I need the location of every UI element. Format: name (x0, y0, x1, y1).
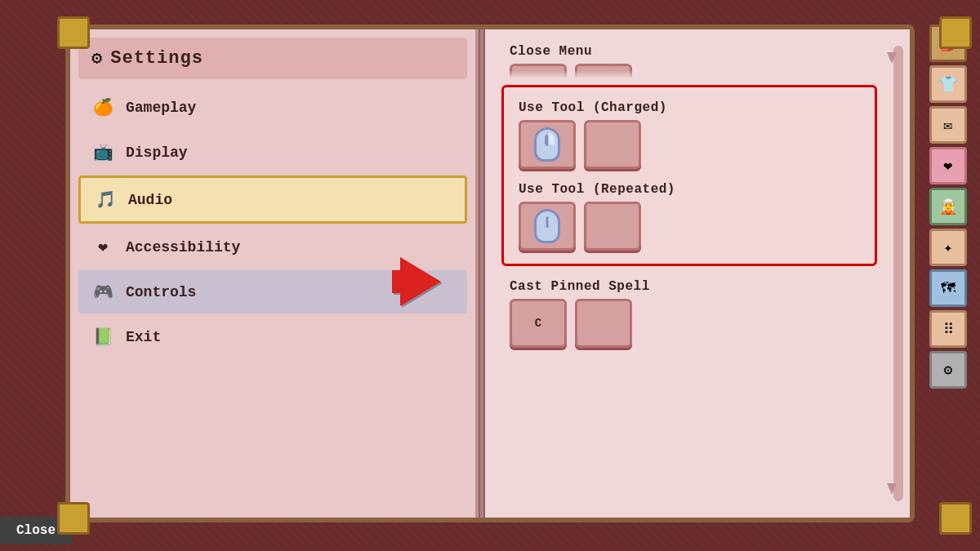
cast-pinned-spell-label: Cast Pinned Spell (510, 279, 869, 294)
controls-label: Controls (126, 284, 196, 300)
display-icon: 📺 (91, 142, 114, 162)
use-tool-charged-buttons (519, 120, 860, 169)
control-entry-use-tool-repeated: Use Tool (Repeated) (510, 176, 868, 257)
close-menu-key1[interactable]: ESC (510, 64, 567, 78)
cast-pinned-spell-buttons: C (510, 299, 869, 348)
highlighted-controls-section: Use Tool (Charged) Use Tool (Repeated) (501, 85, 877, 266)
scroll-down-arrow[interactable] (887, 483, 897, 495)
sidebar-icon-gear[interactable]: ⚙ (929, 351, 967, 389)
scrollbar-track[interactable] (893, 46, 903, 501)
use-tool-repeated-label: Use Tool (Repeated) (519, 182, 860, 197)
mouse-right-icon (534, 127, 560, 162)
accessibility-label: Accessibility (126, 239, 240, 256)
mouse-left-icon (534, 209, 560, 243)
book-spine (479, 29, 485, 518)
use-tool-charged-key1[interactable] (519, 120, 576, 169)
sidebar-item-audio[interactable]: 🎵 Audio (78, 176, 467, 224)
audio-icon: 🎵 (94, 189, 117, 210)
use-tool-charged-key2[interactable] (584, 120, 641, 169)
sidebar-item-gameplay[interactable]: 🍊 Gameplay (78, 86, 467, 129)
controls-list: Close Menu ESC Use Tool (Charged) (501, 38, 902, 354)
settings-title: Settings (110, 48, 203, 69)
settings-icon: ⚙️ (91, 47, 102, 69)
use-tool-repeated-key1[interactable] (519, 202, 576, 251)
cast-pinned-spell-key2[interactable] (575, 299, 632, 348)
sidebar-icon-heart[interactable]: ❤️ (929, 147, 967, 184)
control-entry-use-tool-charged: Use Tool (Charged) (510, 94, 868, 176)
controls-icon: 🎮 (91, 282, 114, 302)
gameplay-label: Gameplay (126, 100, 196, 116)
accessibility-icon: ❤️ (91, 237, 114, 257)
close-menu-key2[interactable] (575, 64, 632, 78)
sidebar-item-exit[interactable]: 📗 Exit (78, 315, 467, 358)
use-tool-repeated-key2[interactable] (584, 202, 641, 251)
control-entry-close-menu: Close Menu ESC (501, 38, 877, 78)
right-panel: Close Menu ESC Use Tool (Charged) (485, 29, 910, 518)
close-menu-label: Close Menu (510, 44, 869, 59)
exit-icon: 📗 (91, 327, 114, 347)
arrow-indicator (400, 257, 441, 306)
right-sidebar: 🎒 👕 ✉️ ❤️ 🧝 ✦ 🗺 ⠿ ⚙ (929, 24, 972, 389)
corner-decoration-br (939, 502, 972, 535)
corner-decoration-bl (57, 502, 90, 535)
display-label: Display (126, 144, 188, 161)
audio-label: Audio (128, 192, 172, 208)
gameplay-icon: 🍊 (91, 97, 114, 118)
control-entry-cast-pinned-spell: Cast Pinned Spell C (501, 273, 877, 354)
sidebar-icon-map[interactable]: 🗺 (929, 269, 967, 307)
use-tool-charged-label: Use Tool (Charged) (519, 100, 860, 115)
use-tool-repeated-buttons (519, 202, 860, 251)
sidebar-icon-mail[interactable]: ✉️ (929, 106, 967, 144)
sidebar-icon-character[interactable]: 🧝 (929, 188, 967, 225)
exit-label: Exit (126, 329, 161, 345)
corner-decoration-tl (57, 16, 90, 49)
cast-pinned-spell-key1-label: C (535, 317, 541, 330)
close-menu-buttons: ESC (510, 64, 869, 78)
cast-pinned-spell-key1[interactable]: C (510, 299, 567, 348)
settings-book: ⚙️ Settings 🍊 Gameplay 📺 Display 🎵 Audio… (65, 24, 915, 522)
sidebar-icon-menu-dots[interactable]: ⠿ (929, 310, 967, 348)
corner-decoration-tr (939, 16, 972, 49)
sidebar-icon-clothing[interactable]: 👕 (929, 65, 967, 103)
settings-header: ⚙️ Settings (78, 38, 467, 79)
sidebar-icon-sparkle[interactable]: ✦ (929, 229, 967, 266)
sidebar-item-display[interactable]: 📺 Display (78, 131, 467, 174)
